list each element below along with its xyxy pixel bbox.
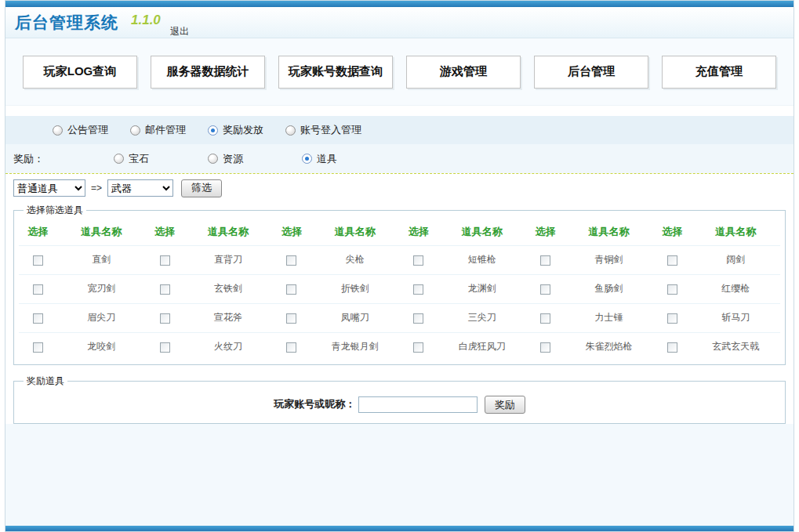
item-name: 青龙银月剑: [311, 332, 399, 361]
nav-button-server-data-stats[interactable]: 服务器数据统计: [151, 56, 265, 89]
tab-label: 公告管理: [67, 123, 108, 137]
item-checkbox[interactable]: [413, 255, 423, 266]
item-checkbox[interactable]: [540, 313, 550, 324]
app-version: 1.1.0: [131, 13, 161, 28]
reward-type-label: 奖励：: [13, 152, 114, 166]
table-row: 直剑 直背刀 尖枪 短锥枪 青铜剑 阔剑: [19, 245, 780, 274]
column-header-select: 选择: [399, 219, 438, 245]
item-name: 阔剑: [692, 245, 780, 274]
item-name: 玄铁剑: [183, 274, 272, 303]
item-checkbox[interactable]: [160, 313, 170, 324]
tab-label: 奖励发放: [223, 123, 263, 137]
table-header-row: 选择 道具名称 选择 道具名称 选择 道具名称 选择 道具名称 选择 道具名称 …: [19, 219, 780, 245]
item-name: 鱼肠剑: [565, 274, 653, 303]
column-header-select: 选择: [653, 219, 692, 245]
radio-icon: [285, 125, 296, 136]
column-header-item-name: 道具名称: [311, 219, 399, 245]
item-name: 直剑: [57, 245, 146, 274]
radio-item[interactable]: 道具: [302, 152, 396, 166]
logout-link[interactable]: 退出: [170, 25, 189, 38]
radio-icon: [53, 125, 63, 136]
tab-account-login-management[interactable]: 账号登入管理: [285, 123, 361, 137]
spacer: [5, 106, 794, 116]
item-checkbox[interactable]: [667, 313, 677, 324]
item-name: 直背刀: [183, 245, 272, 274]
item-checkbox[interactable]: [413, 284, 423, 295]
item-checkbox[interactable]: [286, 342, 296, 353]
nav-button-player-account-data-query[interactable]: 玩家账号数据查询: [278, 56, 393, 89]
radio-icon: [114, 154, 124, 164]
item-name: 短锥枪: [438, 245, 526, 274]
column-header-item-name: 道具名称: [57, 219, 146, 245]
tab-label: 账号登入管理: [300, 123, 361, 137]
radio-gem[interactable]: 宝石: [114, 152, 208, 166]
app-title: 后台管理系统: [15, 12, 118, 34]
radio-label: 宝石: [129, 152, 149, 166]
radio-icon: [208, 154, 218, 164]
item-checkbox[interactable]: [33, 342, 43, 353]
item-checkbox[interactable]: [667, 284, 677, 295]
player-account-input[interactable]: [358, 396, 478, 413]
table-row: 眉尖刀 宣花斧 凤嘴刀 三尖刀 力士锤 斩马刀: [19, 303, 780, 332]
radio-label: 道具: [317, 152, 337, 166]
nav-button-game-management[interactable]: 游戏管理: [406, 56, 521, 89]
item-name: 凤嘴刀: [311, 303, 399, 332]
item-checkbox[interactable]: [413, 342, 423, 353]
arrow-text: =>: [91, 183, 102, 194]
reward-fieldset-legend: 奖励道具: [24, 375, 67, 388]
footer-area: [5, 424, 794, 526]
reward-line: 玩家账号或昵称： 奖励: [19, 396, 780, 414]
column-header-select: 选择: [19, 219, 57, 245]
item-checkbox[interactable]: [413, 313, 423, 324]
tab-reward-distribution[interactable]: 奖励发放: [208, 123, 263, 137]
items-table: 选择 道具名称 选择 道具名称 选择 道具名称 选择 道具名称 选择 道具名称 …: [19, 219, 780, 361]
item-checkbox[interactable]: [160, 342, 170, 353]
reward-type-row: 奖励： 宝石 资源 道具: [5, 144, 794, 173]
item-checkbox[interactable]: [286, 255, 296, 266]
item-name: 力士锤: [565, 303, 653, 332]
item-checkbox[interactable]: [33, 313, 43, 324]
nav-button-backend-management[interactable]: 后台管理: [534, 56, 648, 89]
item-name: 尖枪: [311, 245, 399, 274]
filter-button[interactable]: 筛选: [181, 179, 222, 197]
item-checkbox[interactable]: [33, 284, 43, 295]
page-frame: 后台管理系统 1.1.0 退出 玩家LOG查询 服务器数据统计 玩家账号数据查询…: [5, 0, 794, 532]
item-subcategory-select[interactable]: 武器: [107, 179, 173, 197]
item-name: 宣花斧: [183, 303, 272, 332]
item-checkbox[interactable]: [540, 255, 550, 266]
items-fieldset-legend: 选择筛选道具: [24, 204, 86, 217]
tab-mail-management[interactable]: 邮件管理: [130, 123, 186, 137]
item-checkbox[interactable]: [33, 255, 43, 266]
tab-announcement-management[interactable]: 公告管理: [53, 123, 108, 137]
item-checkbox[interactable]: [667, 255, 677, 266]
reward-fieldset: 奖励道具 玩家账号或昵称： 奖励: [13, 375, 786, 424]
column-header-item-name: 道具名称: [183, 219, 272, 245]
nav-button-player-log-query[interactable]: 玩家LOG查询: [23, 56, 137, 89]
item-checkbox[interactable]: [540, 342, 550, 353]
nav-bar: 玩家LOG查询 服务器数据统计 玩家账号数据查询 游戏管理 后台管理 充值管理: [5, 38, 794, 106]
item-checkbox[interactable]: [286, 284, 296, 295]
radio-resource[interactable]: 资源: [208, 152, 302, 166]
item-checkbox[interactable]: [286, 313, 296, 324]
player-account-label: 玩家账号或昵称：: [274, 398, 355, 410]
column-header-select: 选择: [526, 219, 565, 245]
column-header-item-name: 道具名称: [438, 219, 526, 245]
item-checkbox[interactable]: [160, 255, 170, 266]
radio-icon: [302, 154, 312, 164]
item-checkbox[interactable]: [160, 284, 170, 295]
item-category-select[interactable]: 普通道具: [13, 179, 85, 197]
column-header-item-name: 道具名称: [565, 219, 653, 245]
table-row: 龙咬剑 火纹刀 青龙银月剑 白虎狂风刀 朱雀烈焰枪 玄武玄天戟: [19, 332, 780, 361]
column-header-select: 选择: [146, 219, 184, 245]
item-name: 青铜剑: [565, 245, 653, 274]
items-fieldset: 选择筛选道具 选择 道具名称 选择 道具名称 选择 道具名称 选择 道具名称 选…: [13, 204, 786, 365]
column-header-select: 选择: [273, 219, 311, 245]
item-name: 龙咬剑: [57, 332, 146, 361]
bottom-accent-bar: [5, 526, 794, 531]
filter-row: 普通道具 => 武器 筛选: [5, 174, 794, 202]
item-checkbox[interactable]: [540, 284, 550, 295]
item-checkbox[interactable]: [667, 342, 677, 353]
radio-label: 资源: [223, 152, 243, 166]
reward-button[interactable]: 奖励: [485, 396, 525, 414]
nav-button-recharge-management[interactable]: 充值管理: [662, 56, 776, 89]
